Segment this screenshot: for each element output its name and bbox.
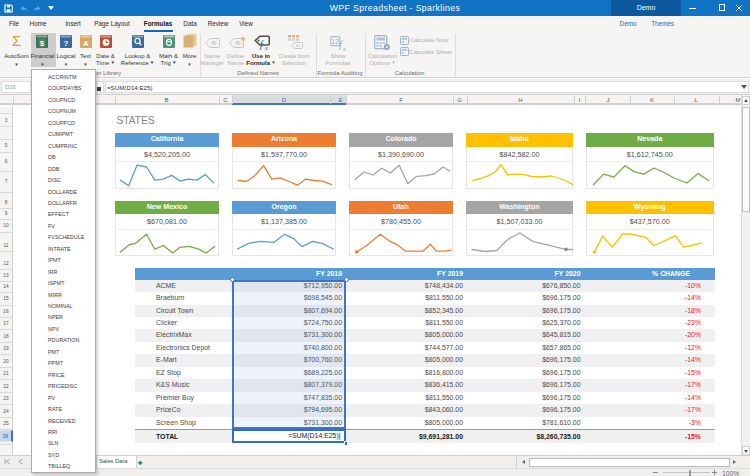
svg-text:?: ? (64, 38, 69, 47)
svg-text:A: A (83, 38, 89, 47)
svg-text:x: x (342, 45, 346, 51)
